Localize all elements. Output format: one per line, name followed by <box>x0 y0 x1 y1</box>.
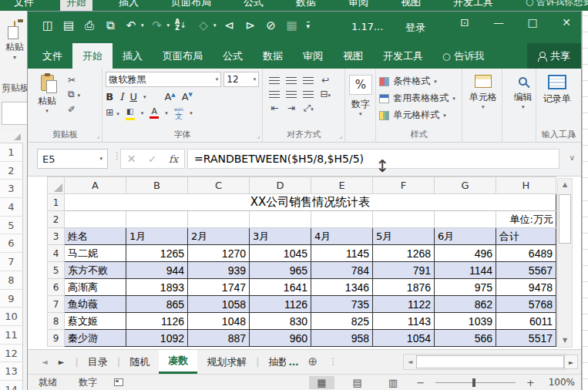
cell-C9[interactable]: 887 <box>188 330 250 347</box>
normal-view-button[interactable]: ▦ <box>309 376 334 389</box>
previous-comment-icon[interactable]: ⊲ <box>222 17 237 34</box>
column-header-G[interactable]: G <box>435 177 496 194</box>
cell-A8[interactable]: 蔡文姬 <box>65 313 126 330</box>
cell-C5[interactable]: 939 <box>188 262 250 279</box>
bg-row-header-14[interactable]: 14 <box>0 381 23 390</box>
cell-F7[interactable]: 1122 <box>373 296 435 313</box>
cell-H4[interactable]: 6489 <box>496 245 556 262</box>
align-top-icon[interactable] <box>269 77 280 84</box>
shrink-font-button[interactable]: A▼ <box>182 91 193 103</box>
cell-H7[interactable]: 5768 <box>496 296 556 313</box>
bold-button[interactable]: B <box>106 91 113 103</box>
cut-icon[interactable]: ✂ <box>68 75 80 86</box>
horizontal-scrollbar[interactable]: ◄ <box>403 354 566 370</box>
cell-H6[interactable]: 9478 <box>496 279 556 296</box>
cell-F8[interactable]: 1143 <box>373 313 435 330</box>
cell-G5[interactable]: 1144 <box>435 262 496 279</box>
cell-D8[interactable]: 830 <box>250 313 311 330</box>
cell-C2[interactable] <box>188 211 250 228</box>
phonetic-guide-button[interactable]: wén文 <box>174 107 183 120</box>
insert-function-icon[interactable]: fx <box>169 153 178 165</box>
cell-A9[interactable]: 秦少游 <box>65 330 126 347</box>
bg-tab-视图[interactable]: 视图 <box>395 0 427 11</box>
cell-A6[interactable]: 高渐离 <box>65 279 126 296</box>
column-header-E[interactable]: E <box>311 177 373 194</box>
cell-G4[interactable]: 496 <box>435 245 496 262</box>
cell-E8[interactable]: 825 <box>311 313 373 330</box>
cell-H8[interactable]: 6011 <box>496 313 556 330</box>
tab-file[interactable]: 文件 <box>32 43 72 69</box>
row-header-1[interactable]: 1 <box>48 194 65 211</box>
horizontal-scroll-thumb[interactable] <box>416 355 564 368</box>
font-size-combo[interactable]: 12▾ <box>223 72 259 87</box>
cell-E4[interactable]: 1145 <box>311 245 373 262</box>
row-header-3[interactable]: 3 <box>48 228 65 245</box>
cell-A7[interactable]: 鱼幼薇 <box>65 296 126 313</box>
cell-E2[interactable] <box>311 211 373 228</box>
bg-tab-插入[interactable]: 插入 <box>113 0 145 11</box>
tab-页面布局[interactable]: 页面布局 <box>153 43 213 69</box>
font-name-combo[interactable]: 微软雅黑▾ <box>106 72 221 87</box>
cell-B9[interactable]: 1092 <box>126 330 188 347</box>
cell-A2[interactable] <box>65 211 126 228</box>
header-cell-A3[interactable]: 姓名 <box>65 228 126 245</box>
row-header-7[interactable]: 7 <box>48 296 65 313</box>
cell-E5[interactable]: 784 <box>311 262 373 279</box>
cell-D6[interactable]: 1641 <box>250 279 311 296</box>
bg-tab-页面布局[interactable]: 页面布局 <box>165 0 217 11</box>
cancel-entry-icon[interactable]: ✕ <box>127 153 136 165</box>
maximize-icon[interactable]: □ <box>526 16 539 29</box>
sheet-tab-抽数[interactable]: 抽数 <box>260 350 286 374</box>
tab-公式[interactable]: 公式 <box>213 43 253 69</box>
column-header-C[interactable]: C <box>188 177 250 194</box>
underline-caret-icon[interactable]: ▾ <box>143 94 146 100</box>
scroll-up-icon[interactable]: ▲ <box>558 179 572 191</box>
align-middle-icon[interactable] <box>286 77 297 84</box>
bg-row-header-10[interactable]: 10 <box>0 308 23 326</box>
next-sheet-icon[interactable]: ► <box>59 358 65 366</box>
tab-插入[interactable]: 插入 <box>113 43 153 69</box>
header-cell-E3[interactable]: 4月 <box>311 228 373 245</box>
bg-tab-tell-me[interactable]: ○ 告诉我你想要做什么 <box>519 0 588 11</box>
wrap-text-icon[interactable]: ↩ <box>321 75 329 86</box>
confirm-entry-icon[interactable]: ✓ <box>148 153 156 165</box>
bg-row-header-4[interactable]: 4 <box>0 198 23 217</box>
undo-icon[interactable]: ↶ <box>123 17 139 34</box>
font-color-button[interactable]: A <box>150 108 159 119</box>
zoom-slider-thumb[interactable] <box>472 378 475 387</box>
bg-select-all-corner[interactable] <box>0 131 23 143</box>
cell-G6[interactable]: 975 <box>435 279 496 296</box>
orientation-icon[interactable]: ⤢▾ <box>304 103 314 113</box>
collapse-ribbon-icon[interactable]: ∧ <box>571 130 576 139</box>
delete-comment-icon[interactable]: ⊘ <box>264 17 279 34</box>
column-header-A[interactable]: A <box>65 177 126 194</box>
cell-B7[interactable]: 865 <box>126 296 188 313</box>
tab-开始[interactable]: 开始 <box>72 43 113 69</box>
conditional-formatting-button[interactable]: 条件格式▾ <box>379 75 458 88</box>
sheet-tab-凑数[interactable]: 凑数 <box>159 350 197 374</box>
format-as-table-button[interactable]: 套用表格格式▾ <box>379 92 458 105</box>
alignment-dialog-launcher-icon[interactable]: ⌟ <box>340 133 343 140</box>
save-icon[interactable]: ▤ <box>61 17 76 34</box>
page-layout-view-button[interactable]: ▤ <box>345 376 370 389</box>
bg-row-header-5[interactable]: 5 <box>0 217 23 235</box>
customize-qat-icon[interactable]: ▾ <box>307 22 311 30</box>
undo-icon-caret[interactable]: ▾ <box>141 22 144 29</box>
sign-in-button[interactable]: 登录 <box>405 21 425 35</box>
font-dialog-launcher-icon[interactable]: ⌟ <box>257 133 260 140</box>
zoom-in-button[interactable]: + <box>526 377 535 388</box>
redo-icon[interactable]: ↷ <box>150 17 165 34</box>
sheet-tab-规划求解[interactable]: 规划求解 <box>197 350 256 374</box>
bg-row-header-12[interactable]: 12 <box>0 345 23 363</box>
tab-审阅[interactable]: 审阅 <box>293 43 333 69</box>
clipboard-dialog-launcher-icon[interactable]: ⌟ <box>97 133 100 140</box>
cell-F9[interactable]: 1054 <box>373 330 435 347</box>
name-box[interactable]: E5 ▾ <box>37 149 108 169</box>
expand-formula-bar-icon[interactable]: ∨ <box>570 153 575 162</box>
previous-sheet-icon[interactable]: ◄ <box>42 358 48 366</box>
increase-indent-icon[interactable]: ⇥ <box>287 103 295 113</box>
cell-C7[interactable]: 1058 <box>188 296 250 313</box>
column-header-B[interactable]: B <box>126 177 188 194</box>
close-icon[interactable]: ✕ <box>559 16 573 29</box>
cell-F5[interactable]: 791 <box>373 262 435 279</box>
